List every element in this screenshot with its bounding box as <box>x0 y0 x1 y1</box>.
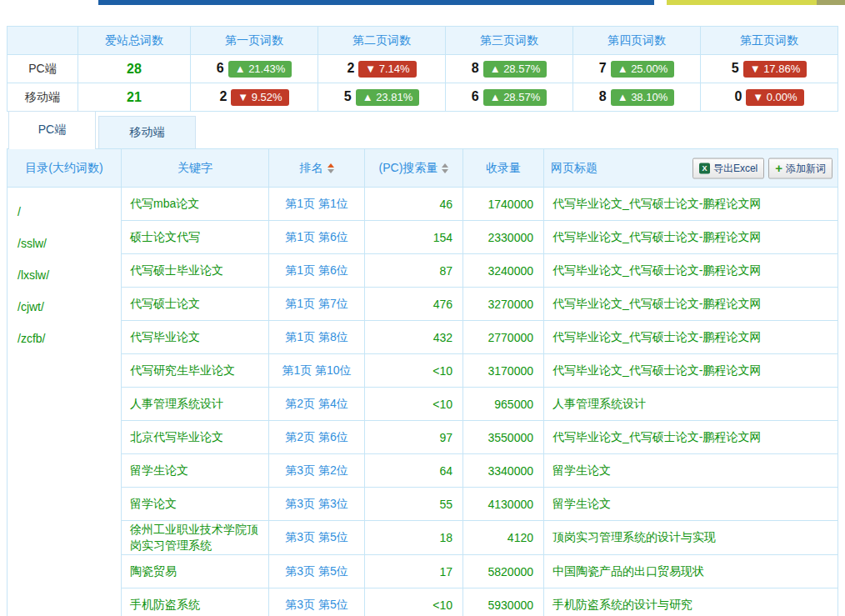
tab-pc[interactable]: PC端 <box>8 111 96 149</box>
rank-link[interactable]: 第1页 第1位 <box>285 197 348 210</box>
page-title-value: 中国陶瓷产品的出口贸易现状 <box>544 555 838 588</box>
header-rank[interactable]: 排名 <box>269 149 365 188</box>
keyword-link[interactable]: 代写硕士论文 <box>130 297 200 310</box>
directory-list-cell: //sslw//lxslw//cjwt//zcfb/ <box>8 188 122 616</box>
table-row: 人事管理系统设计 第2页 第4位 <10 965000 人事管理系统设计 <box>8 388 838 421</box>
sort-rank-icon[interactable] <box>328 163 334 173</box>
table-row: 留学生论文 第3页 第2位 64 3340000 留学生论文 <box>8 454 838 488</box>
search-volume-value: 55 <box>365 488 463 521</box>
keyword-link[interactable]: 陶瓷贸易 <box>130 564 177 578</box>
stats-header-row: 爱站总词数 第一页词数 第二页词数 第三页词数 第四页词数 第五页词数 <box>8 27 838 55</box>
add-keyword-button[interactable]: + 添加新词 <box>768 158 832 178</box>
directory-link[interactable]: /lxslw/ <box>18 259 121 291</box>
page-title-value: 代写毕业论文_代写硕士论文-鹏程论文网 <box>544 288 838 321</box>
index-count-value: 5930000 <box>463 588 544 616</box>
rank-link[interactable]: 第3页 第5位 <box>285 530 348 543</box>
export-excel-label: 导出Excel <box>713 161 758 175</box>
sort-search-icon[interactable] <box>442 163 448 173</box>
keyword-link[interactable]: 留学生论文 <box>130 463 188 477</box>
rank-link[interactable]: 第1页 第6位 <box>285 263 348 277</box>
stats-table: 爱站总词数 第一页词数 第二页词数 第三页词数 第四页词数 第五页词数 PC端2… <box>7 26 838 112</box>
header-directory: 目录(大约词数) <box>8 149 122 188</box>
tab-mobile[interactable]: 移动端 <box>98 116 196 149</box>
export-excel-button[interactable]: X 导出Excel <box>692 158 764 178</box>
rank-link[interactable]: 第2页 第4位 <box>285 397 348 410</box>
rank-link[interactable]: 第3页 第5位 <box>285 598 348 611</box>
search-volume-value: 46 <box>365 188 463 221</box>
header-index-count: 收录量 <box>463 149 544 188</box>
change-badge-up: ▲ 23.81% <box>356 89 420 106</box>
rank-link[interactable]: 第3页 第3位 <box>285 497 348 510</box>
directory-link[interactable]: /zcfb/ <box>18 323 121 354</box>
keyword-link[interactable]: 硕士论文代写 <box>130 230 200 243</box>
keyword-link[interactable]: 北京代写毕业论文 <box>130 430 223 443</box>
index-count-value: 5820000 <box>463 555 544 588</box>
page-title-value: 留学生论文 <box>544 488 838 521</box>
search-volume-value: 154 <box>365 221 463 254</box>
keyword-link[interactable]: 手机防盗系统 <box>130 598 200 611</box>
stats-col-page1: 第一页词数 <box>191 27 318 55</box>
page: 爱站总词数 第一页词数 第二页词数 第三页词数 第四页词数 第五页词数 PC端2… <box>0 0 845 616</box>
header-search-volume[interactable]: (PC)搜索量 <box>365 149 463 188</box>
rank-link[interactable]: 第1页 第8位 <box>285 330 348 343</box>
stats-row-label: PC端 <box>8 55 78 83</box>
directory-link[interactable]: / <box>18 196 121 228</box>
page-title-value: 代写毕业论文_代写硕士论文-鹏程论文网 <box>544 221 838 254</box>
stats-page-cell: 7▲ 25.00% <box>573 55 701 83</box>
top-cutoff-blue-bar <box>98 0 654 5</box>
keyword-link[interactable]: 留学论文 <box>130 497 177 510</box>
index-count-value: 2770000 <box>463 321 544 354</box>
stats-count: 8 <box>472 61 479 75</box>
top-cutoff-yellow-bar <box>667 0 817 5</box>
keyword-link[interactable]: 代写毕业论文 <box>130 330 200 343</box>
excel-icon: X <box>699 163 710 173</box>
stats-page-cell: 8▲ 38.10% <box>573 83 701 112</box>
stats-page-cell: 6▲ 28.57% <box>446 83 573 112</box>
keyword-link[interactable]: 代写研究生毕业论文 <box>130 363 235 377</box>
page-title-value: 顶岗实习管理系统的设计与实现 <box>544 521 838 555</box>
stats-page-cell: 5▼ 17.86% <box>701 55 838 83</box>
index-count-value: 4120 <box>463 521 544 555</box>
directory-link[interactable]: /cjwt/ <box>18 291 121 323</box>
stats-total-value: 28 <box>78 55 191 83</box>
plus-icon: + <box>775 163 782 173</box>
keyword-link[interactable]: 代写硕士毕业论文 <box>130 263 223 277</box>
index-count-value: 2330000 <box>463 221 544 254</box>
table-row: 代写硕士毕业论文 第1页 第6位 87 3240000 代写毕业论文_代写硕士论… <box>8 254 838 288</box>
search-volume-value: 18 <box>365 521 463 555</box>
keyword-link[interactable]: 人事管理系统设计 <box>130 397 223 410</box>
keyword-link[interactable]: 徐州工业职业技术学院顶岗实习管理系统 <box>130 523 258 552</box>
table-row: 北京代写毕业论文 第2页 第6位 97 3550000 代写毕业论文_代写硕士论… <box>8 421 838 454</box>
search-volume-value: 432 <box>365 321 463 354</box>
change-badge-up: ▲ 21.43% <box>228 61 292 78</box>
table-row: 留学论文 第3页 第3位 55 4130000 留学生论文 <box>8 488 838 521</box>
index-count-value: 3170000 <box>463 354 544 388</box>
search-volume-value: 17 <box>365 555 463 588</box>
rank-link[interactable]: 第1页 第6位 <box>285 230 348 243</box>
stats-count: 6 <box>472 89 479 103</box>
stats-page-cell: 0▼ 0.00% <box>701 83 838 112</box>
table-row: 代写研究生毕业论文 第1页 第10位 <10 3170000 代写毕业论文_代写… <box>8 354 838 388</box>
top-cutoff-olive-bar <box>817 0 845 5</box>
header-buttons: X 导出Excel + 添加新词 <box>692 158 832 178</box>
search-volume-value: <10 <box>365 354 463 388</box>
header-page-title: 网页标题 X 导出Excel + 添加新词 <box>544 149 838 188</box>
stats-col-page3: 第三页词数 <box>446 27 573 55</box>
table-row: 手机防盗系统 第3页 第5位 <10 5930000 手机防盗系统的设计与研究 <box>8 588 838 616</box>
keyword-table: 目录(大约词数) 关键字 排名 (PC)搜索量 收录量 网页标题 X 导出Exc… <box>7 148 838 616</box>
change-badge-up: ▲ 38.10% <box>611 89 675 106</box>
add-keyword-label: 添加新词 <box>786 161 826 175</box>
index-count-value: 3270000 <box>463 288 544 321</box>
keyword-link[interactable]: 代写mba论文 <box>130 197 199 210</box>
stats-row: PC端286▲ 21.43%2▼ 7.14%8▲ 28.57%7▲ 25.00%… <box>8 55 838 83</box>
rank-link[interactable]: 第3页 第5位 <box>285 564 348 578</box>
stats-page-cell: 6▲ 21.43% <box>191 55 318 83</box>
rank-link[interactable]: 第3页 第2位 <box>285 463 348 477</box>
directory-link[interactable]: /sslw/ <box>18 228 121 259</box>
table-row: 硕士论文代写 第1页 第6位 154 2330000 代写毕业论文_代写硕士论文… <box>8 221 838 254</box>
rank-link[interactable]: 第2页 第6位 <box>285 430 348 443</box>
change-badge-up: ▲ 25.00% <box>611 61 675 78</box>
search-volume-value: 87 <box>365 254 463 288</box>
rank-link[interactable]: 第1页 第10位 <box>282 363 351 377</box>
rank-link[interactable]: 第1页 第7位 <box>285 297 348 310</box>
